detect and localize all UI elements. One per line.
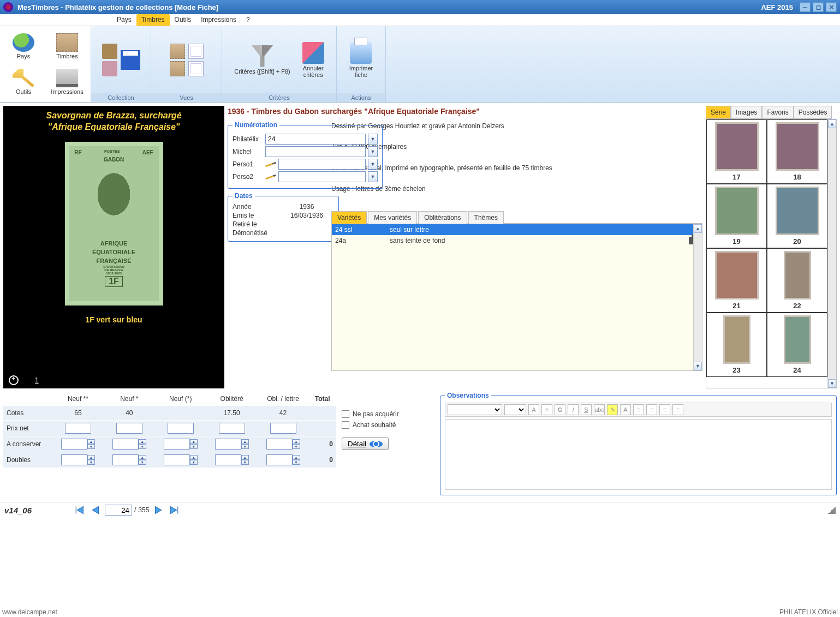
michel-dropdown[interactable]: ▼ [368,146,378,157]
close-button[interactable]: ✕ [826,2,837,12]
thumb-20[interactable]: 20 [767,184,827,248]
tab-themes[interactable]: Thèmes [468,211,504,224]
spin-up[interactable]: ▲ [190,439,198,444]
aconserver-input[interactable] [61,439,87,450]
philatelix-dropdown[interactable]: ▼ [368,134,378,145]
menu-impressions[interactable]: Impressions [196,14,241,26]
font-shrink-button[interactable]: A [541,404,552,415]
tab-obliterations[interactable]: Oblitérations [418,211,467,224]
spin-up[interactable]: ▲ [87,455,95,460]
nav-first-button[interactable] [74,505,87,516]
font-size-select[interactable] [504,404,526,415]
tab-possedes[interactable]: Possédés [794,106,832,119]
italic-button[interactable]: I [568,404,579,415]
tool-outils[interactable]: Outils [2,65,45,99]
detail-button[interactable]: Détail [342,438,389,450]
thumb-scrollbar[interactable]: ▲ ▼ [827,119,836,388]
font-grow-button[interactable]: A [528,404,539,415]
spin-down[interactable]: ▼ [190,460,198,465]
annuler-criteres-button[interactable]: Annuler critères [298,40,329,80]
prixnet-input[interactable] [65,423,91,434]
prixnet-input[interactable] [116,423,142,434]
perso2-input[interactable] [278,171,366,182]
bold-button[interactable]: G [555,404,565,415]
thumb-18[interactable]: 18 [767,119,827,184]
stamp-image[interactable]: RFPOSTESAEF GABON AFRIQUE ÉQUATORIALE FR… [65,142,163,305]
observations-textarea[interactable] [445,419,832,490]
thumb-23[interactable]: 23 [706,313,767,377]
spin-up[interactable]: ▲ [293,455,300,460]
spin-up[interactable]: ▲ [87,439,95,444]
aconserver-input[interactable] [215,439,241,450]
font-color-button[interactable]: A [620,404,631,415]
thumb-19[interactable]: 19 [706,184,767,248]
nav-prev-button[interactable] [90,505,103,516]
view-grid-icon[interactable] [170,44,185,59]
spin-down[interactable]: ▼ [139,460,146,465]
view-sheet2-icon[interactable] [188,61,204,76]
scroll-down-icon[interactable]: ▼ [828,379,836,388]
spin-up[interactable]: ▲ [241,455,249,460]
spin-down[interactable]: ▼ [87,460,95,465]
tab-mes-varietes[interactable]: Mes variétés [368,211,417,224]
achat-souhaite-checkbox[interactable]: Achat souhaité [342,421,434,429]
align-justify-button[interactable]: ≡ [672,404,683,415]
resize-grip-icon[interactable] [828,506,836,514]
nav-next-button[interactable] [151,505,164,516]
align-right-button[interactable]: ≡ [659,404,670,415]
tab-serie[interactable]: Série [706,106,731,119]
collection-open-icon[interactable] [102,44,117,59]
collection-alt-icon[interactable] [102,61,117,76]
align-left-button[interactable]: ≡ [633,404,644,415]
perso1-dropdown[interactable]: ▼ [368,159,378,170]
menu-outils[interactable]: Outils [170,14,196,26]
variete-row-selected[interactable]: 24 ssl seul sur lettre [332,224,702,235]
prixnet-input[interactable] [168,423,194,434]
doubles-input[interactable] [61,454,87,465]
zoom-icon[interactable] [9,375,19,385]
doubles-input[interactable] [215,454,241,465]
tool-pays[interactable]: Pays [2,29,45,64]
spin-down[interactable]: ▼ [190,444,198,449]
spin-down[interactable]: ▼ [139,444,146,449]
spin-down[interactable]: ▼ [293,460,300,465]
menu-help[interactable]: ? [241,14,255,26]
spin-up[interactable]: ▲ [190,455,198,460]
spin-up[interactable]: ▲ [241,439,249,444]
nav-current-input[interactable] [105,505,132,516]
spin-up[interactable]: ▲ [139,439,146,444]
thumb-21[interactable]: 21 [706,248,767,313]
strike-button[interactable]: abc [594,404,605,415]
spin-up[interactable]: ▲ [139,455,146,460]
save-icon[interactable] [121,50,140,70]
spin-down[interactable]: ▼ [241,444,249,449]
prixnet-input[interactable] [270,423,296,434]
nepas-acquerir-checkbox[interactable]: Ne pas acquérir [342,410,434,418]
philatelix-input[interactable] [265,134,366,145]
scroll-down-icon[interactable]: ▼ [694,362,702,370]
aconserver-input[interactable] [112,439,139,450]
scroll-up-icon[interactable]: ▲ [828,119,836,128]
thumb-22[interactable]: 22 [767,248,827,313]
perso1-input[interactable] [278,159,366,170]
nav-last-button[interactable] [166,505,180,516]
thumb-24[interactable]: 24 [767,313,827,377]
spin-up[interactable]: ▲ [293,439,300,444]
prixnet-input[interactable] [219,423,245,434]
font-family-select[interactable] [448,404,502,415]
variete-row[interactable]: 24a sans teinte de fond [332,235,702,246]
minimize-button[interactable]: ─ [800,2,811,12]
varietes-scrollbar[interactable]: ▲ ▼ [693,224,702,370]
doubles-input[interactable] [266,454,293,465]
scroll-up-icon[interactable]: ▲ [694,224,702,233]
menu-timbres[interactable]: Timbres [136,14,170,26]
imprimer-fiche-button[interactable]: Imprimer fiche [345,40,377,80]
tool-impressions[interactable]: Impressions [46,65,88,99]
michel-input[interactable] [265,146,366,157]
view-sheet-icon[interactable] [188,44,204,59]
tab-favoris[interactable]: Favoris [762,106,793,119]
aconserver-input[interactable] [266,439,293,450]
spin-down[interactable]: ▼ [241,460,249,465]
doubles-input[interactable] [112,454,139,465]
menu-pays[interactable]: Pays [112,14,136,26]
